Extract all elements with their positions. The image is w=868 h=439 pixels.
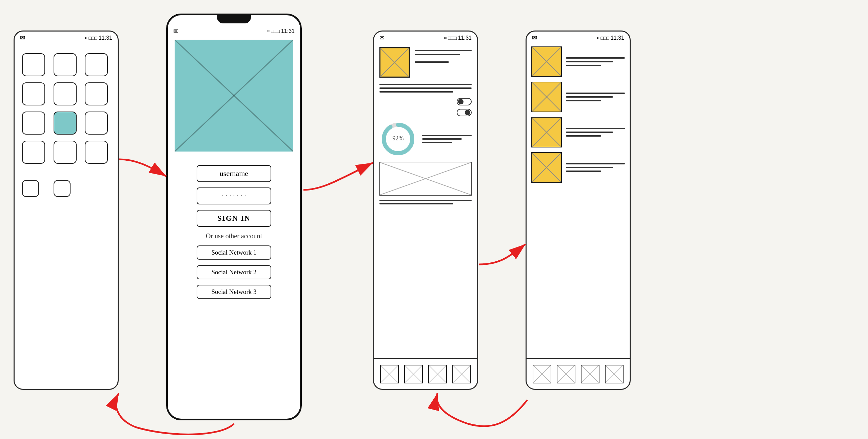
svg-text:92%: 92% bbox=[393, 135, 404, 142]
list-line-2a bbox=[566, 93, 625, 94]
list-item-4[interactable] bbox=[531, 152, 625, 183]
list-text-3 bbox=[566, 128, 625, 137]
app-icon-10[interactable] bbox=[22, 141, 45, 164]
content-lines bbox=[379, 84, 472, 93]
dash-header bbox=[379, 47, 472, 78]
social-network-1-button[interactable]: Social Network 1 bbox=[197, 245, 271, 260]
screen4-bottom-nav bbox=[527, 358, 630, 389]
screen4-nav-icon-3[interactable] bbox=[581, 365, 599, 383]
social-network-2-button[interactable]: Social Network 2 bbox=[197, 265, 271, 279]
screen4-phone: ✉ ≈ □□□ 11:31 bbox=[526, 31, 631, 390]
social-network-3-button[interactable]: Social Network 3 bbox=[197, 285, 271, 299]
list-item-2[interactable] bbox=[531, 82, 625, 112]
list-text-2 bbox=[566, 93, 625, 101]
list-line-1c bbox=[566, 65, 601, 66]
toggle-1[interactable] bbox=[457, 98, 472, 105]
app-icon-5[interactable] bbox=[54, 82, 77, 105]
list-line-2b bbox=[566, 96, 613, 98]
screen1-status-bar: ✉ ≈ □□□ 11:31 bbox=[15, 32, 118, 43]
screen3-signal: ≈ □□□ bbox=[444, 35, 457, 41]
screen4-nav-icon-1[interactable] bbox=[533, 365, 551, 383]
list-line-2c bbox=[566, 100, 601, 101]
list-item-1[interactable] bbox=[531, 46, 625, 77]
nav-icon-4[interactable] bbox=[452, 365, 471, 383]
app-icon-1[interactable] bbox=[22, 53, 45, 76]
app-icon-6[interactable] bbox=[85, 82, 108, 105]
app-icon-4[interactable] bbox=[22, 82, 45, 105]
screen4-wrapper: ✉ ≈ □□□ 11:31 bbox=[526, 31, 631, 390]
screen1-wrapper: ✉ ≈ □□□ 11:31 bbox=[14, 31, 119, 390]
toggle-2[interactable] bbox=[457, 109, 472, 116]
login-form: SIGN IN Or use other account Social Netw… bbox=[168, 155, 300, 309]
list-line-3a bbox=[566, 128, 625, 129]
list-thumb-1 bbox=[531, 46, 562, 77]
app-icon-13[interactable] bbox=[22, 180, 39, 197]
list-text-1 bbox=[566, 57, 625, 66]
screen4-signal: ≈ □□□ bbox=[597, 35, 609, 41]
screen2-time: 11:31 bbox=[281, 28, 295, 34]
app-icon-12[interactable] bbox=[85, 141, 108, 164]
username-input[interactable] bbox=[197, 165, 271, 182]
list-line-3b bbox=[566, 132, 613, 133]
dash-text-lines bbox=[415, 47, 472, 63]
screen3-email-icon: ✉ bbox=[379, 34, 384, 42]
list-line-1b bbox=[566, 61, 613, 62]
bottom-line-1 bbox=[379, 200, 472, 201]
screen3-bottom-nav bbox=[374, 358, 477, 389]
list-content bbox=[527, 43, 630, 186]
screen3-status-bar: ✉ ≈ □□□ 11:31 bbox=[374, 32, 477, 43]
prog-line-2 bbox=[422, 138, 462, 140]
progress-lines bbox=[422, 135, 472, 143]
content-line-3 bbox=[379, 91, 453, 93]
dashboard-content: 92% bbox=[374, 43, 477, 208]
screen2-signal: ≈ □□□ bbox=[267, 28, 280, 34]
app-icon-11[interactable] bbox=[54, 141, 77, 164]
nav-icon-1[interactable] bbox=[380, 365, 399, 383]
image-placeholder-rect bbox=[379, 162, 472, 196]
content-line-1 bbox=[379, 84, 472, 85]
progress-area: 92% bbox=[379, 120, 472, 158]
prog-line-3 bbox=[422, 142, 452, 143]
screen4-nav-icon-2[interactable] bbox=[557, 365, 575, 383]
screen2-email-icon: ✉ bbox=[173, 27, 178, 35]
signin-button[interactable]: SIGN IN bbox=[197, 210, 271, 227]
main-scene: ✉ ≈ □□□ 11:31 bbox=[0, 0, 868, 439]
screen2-phone: ✉ ≈ □□□ 11:31 SIGN IN Or use other accou… bbox=[166, 14, 302, 420]
prog-line-1 bbox=[422, 135, 472, 136]
line-2 bbox=[415, 54, 460, 55]
or-text: Or use other account bbox=[206, 232, 262, 240]
nav-icon-3[interactable] bbox=[428, 365, 447, 383]
email-icon: ✉ bbox=[20, 34, 25, 42]
app-icon-9[interactable] bbox=[85, 112, 108, 135]
content-line-2 bbox=[379, 87, 472, 89]
screen4-status-icons: ≈ □□□ 11:31 bbox=[597, 35, 624, 41]
password-input[interactable] bbox=[197, 187, 271, 204]
donut-chart: 92% bbox=[379, 120, 417, 158]
dash-image-box bbox=[379, 47, 410, 78]
app-grid bbox=[15, 46, 118, 204]
app-icon-14[interactable] bbox=[54, 180, 71, 197]
screen3-status-icons: ≈ □□□ 11:31 bbox=[444, 35, 472, 41]
phone-notch bbox=[217, 15, 251, 23]
hero-image-placeholder bbox=[175, 40, 293, 152]
screen3-phone: ✉ ≈ □□□ 11:31 bbox=[373, 31, 478, 390]
screen4-email-icon: ✉ bbox=[532, 34, 537, 42]
status-icons: ≈ □□□ 11:31 bbox=[85, 35, 112, 41]
list-text-4 bbox=[566, 163, 625, 172]
screen3-wrapper: ✉ ≈ □□□ 11:31 bbox=[373, 31, 478, 390]
app-icon-2[interactable] bbox=[54, 53, 77, 76]
screen4-status-bar: ✉ ≈ □□□ 11:31 bbox=[527, 32, 630, 43]
screen4-time: 11:31 bbox=[611, 35, 624, 41]
list-thumb-4 bbox=[531, 152, 562, 183]
toggles-area bbox=[379, 98, 472, 116]
list-line-1a bbox=[566, 57, 625, 59]
screen4-nav-icon-4[interactable] bbox=[605, 365, 624, 383]
list-item-3[interactable] bbox=[531, 117, 625, 147]
app-icon-7[interactable] bbox=[22, 112, 45, 135]
list-thumb-2 bbox=[531, 82, 562, 112]
nav-icon-2[interactable] bbox=[404, 365, 423, 383]
app-icon-8-highlighted[interactable] bbox=[54, 112, 77, 135]
app-icon-3[interactable] bbox=[85, 53, 108, 76]
list-line-3c bbox=[566, 135, 601, 137]
list-line-4b bbox=[566, 167, 613, 168]
